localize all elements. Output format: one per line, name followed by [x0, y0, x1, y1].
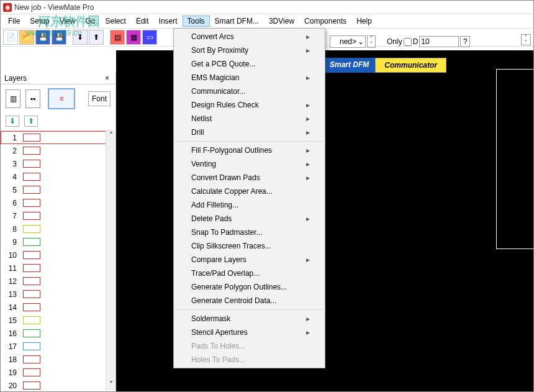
layer-row[interactable]: 5: [1, 183, 115, 196]
layer-color-swatch: [23, 355, 40, 363]
menu-edit[interactable]: Edit: [131, 16, 154, 27]
tool-film-icon[interactable]: ▭: [142, 30, 157, 45]
menu-item-label: Calculate Copper Area...: [191, 187, 273, 196]
layer-row[interactable]: 3: [1, 157, 115, 170]
menu-item-convert-drawn-pads[interactable]: Convert Drawn Pads▸: [174, 171, 325, 185]
menu-item-ems-magician[interactable]: EMS Magician▸: [174, 71, 325, 84]
layer-color-swatch: [23, 368, 40, 376]
close-icon[interactable]: ×: [102, 74, 112, 83]
layer-row[interactable]: 18: [1, 353, 115, 366]
layer-row[interactable]: 8: [1, 222, 115, 235]
menu-insert[interactable]: Insert: [154, 16, 183, 27]
submenu-arrow-icon: ▸: [306, 101, 310, 109]
d-input[interactable]: [419, 36, 459, 47]
menu-item-communicator[interactable]: Communicator...: [174, 84, 325, 98]
menu-item-clip-silkscreen-traces[interactable]: Clip Silkscreen Traces...: [174, 239, 325, 253]
menu-item-label: Venting: [191, 160, 216, 168]
smart-dfm-button[interactable]: Smart DFM: [324, 58, 375, 73]
app-icon: ◉: [3, 3, 12, 12]
tool-save2-icon[interactable]: 💾: [52, 30, 66, 45]
layer-row[interactable]: 11: [1, 262, 115, 275]
menu-file[interactable]: File: [3, 16, 25, 27]
layer-row[interactable]: 19: [1, 366, 115, 379]
menu-item-stencil-apertures[interactable]: Stencil Apertures▸: [174, 326, 325, 339]
layer-row[interactable]: 17: [1, 340, 115, 353]
layer-down-icon[interactable]: ⬇: [6, 116, 19, 127]
layer-mode-2-icon[interactable]: ▪▪: [25, 89, 40, 108]
menu-item-label: Snap To Padmaster...: [191, 228, 263, 237]
menu-view[interactable]: View: [55, 16, 81, 27]
layers-scrollbar[interactable]: ˄ ˅: [106, 131, 115, 390]
menu-item-fill-f-polygonal-outlines[interactable]: Fill F-Polygonal Outlines▸: [174, 144, 325, 157]
menu-go[interactable]: Go: [81, 16, 101, 27]
menu-item-soldermask[interactable]: Soldermask▸: [174, 312, 325, 326]
tool-import-icon[interactable]: ⬇: [73, 30, 88, 45]
menu-item-netlist[interactable]: Netlist▸: [174, 112, 325, 125]
layer-color-swatch: [23, 199, 40, 207]
communicator-button[interactable]: Communicator: [375, 58, 446, 73]
layer-row[interactable]: 4: [1, 170, 115, 183]
layer-row[interactable]: 6: [1, 196, 115, 209]
font-button[interactable]: Font: [88, 91, 111, 106]
layer-mode-1-icon[interactable]: ▥: [6, 89, 20, 108]
menu-item-drill[interactable]: Drill▸: [174, 125, 325, 139]
window-title: New job - ViewMate Pro: [14, 3, 94, 12]
only-checkbox[interactable]: [404, 38, 412, 46]
layer-up-icon[interactable]: ⬆: [24, 116, 38, 127]
submenu-arrow-icon: ▸: [306, 255, 310, 264]
menu-item-calculate-copper-area[interactable]: Calculate Copper Area...: [174, 185, 325, 198]
ribbon-select-value: ned>: [340, 37, 356, 46]
tool-save-icon[interactable]: 💾: [35, 30, 50, 45]
layer-row[interactable]: 10: [1, 248, 115, 262]
layer-row[interactable]: 14: [1, 301, 115, 314]
layer-number: 11: [4, 264, 19, 273]
menu-select[interactable]: Select: [101, 16, 131, 27]
menu-item-label: Compare Layers: [191, 255, 247, 264]
menu-tools[interactable]: Tools: [183, 16, 210, 27]
tool-open-icon[interactable]: 📂: [19, 30, 34, 45]
help-button[interactable]: ?: [460, 36, 470, 47]
menu-item-sort-by-proximity[interactable]: Sort By Proximity▸: [174, 43, 325, 57]
menu-item-label: Pads To Holes...: [191, 342, 245, 350]
menu-item-delete-pads[interactable]: Delete Pads▸: [174, 212, 325, 226]
menu-3dview[interactable]: 3DView: [264, 16, 299, 27]
layer-row[interactable]: 20: [1, 379, 115, 390]
menu-item-label: Convert Arcs: [191, 32, 234, 41]
layer-row[interactable]: 7: [1, 209, 115, 222]
submenu-arrow-icon: ▸: [306, 46, 310, 55]
menu-components[interactable]: Components: [299, 16, 351, 27]
menu-item-generate-polygon-outlines[interactable]: Generate Polygon Outlines...: [174, 280, 325, 294]
layer-row[interactable]: 13: [1, 288, 115, 301]
layer-row[interactable]: 12: [1, 275, 115, 288]
layer-row[interactable]: 16: [1, 327, 115, 340]
menu-item-add-filleting[interactable]: Add Filleting...: [174, 198, 325, 212]
menu-item-generate-centroid-data[interactable]: Generate Centroid Data...: [174, 294, 325, 308]
ribbon-spin-2[interactable]: ˄˅: [521, 34, 531, 45]
tool-export-icon[interactable]: ⬆: [89, 30, 104, 45]
menu-setup[interactable]: Setup: [25, 16, 54, 27]
layer-number: 13: [4, 290, 19, 299]
scroll-up-icon[interactable]: ˄: [106, 131, 115, 141]
menu-item-convert-arcs[interactable]: Convert Arcs▸: [174, 30, 325, 43]
menu-item-compare-layers[interactable]: Compare Layers▸: [174, 253, 325, 267]
layer-row[interactable]: 15: [1, 314, 115, 327]
layer-row[interactable]: 2: [1, 144, 115, 157]
menu-item-venting[interactable]: Venting▸: [174, 157, 325, 171]
menu-smart-dfm-[interactable]: Smart DFM...: [210, 16, 264, 27]
scroll-down-icon[interactable]: ˅: [106, 380, 115, 390]
layer-number: 6: [4, 199, 19, 207]
menu-item-get-a-pcb-quote[interactable]: Get a PCB Quote...: [174, 57, 325, 71]
ribbon-select[interactable]: ned>: [330, 35, 366, 48]
layer-mode-active-icon[interactable]: ≡: [48, 88, 75, 109]
ribbon-spin-1[interactable]: ˄˅: [367, 35, 376, 48]
layer-number: 18: [4, 355, 19, 364]
layer-row[interactable]: 9: [1, 235, 115, 248]
menu-help[interactable]: Help: [351, 16, 377, 27]
layer-row[interactable]: 1: [1, 131, 115, 144]
tool-new-icon[interactable]: 📄: [3, 30, 18, 45]
menu-item-trace-pad-overlap[interactable]: Trace/Pad Overlap...: [174, 267, 325, 280]
menu-item-design-rules-check[interactable]: Design Rules Check▸: [174, 98, 325, 112]
tool-palette-icon[interactable]: ▦: [126, 30, 141, 45]
menu-item-snap-to-padmaster[interactable]: Snap To Padmaster...: [174, 226, 325, 239]
tool-layers-icon[interactable]: ▤: [110, 30, 125, 45]
